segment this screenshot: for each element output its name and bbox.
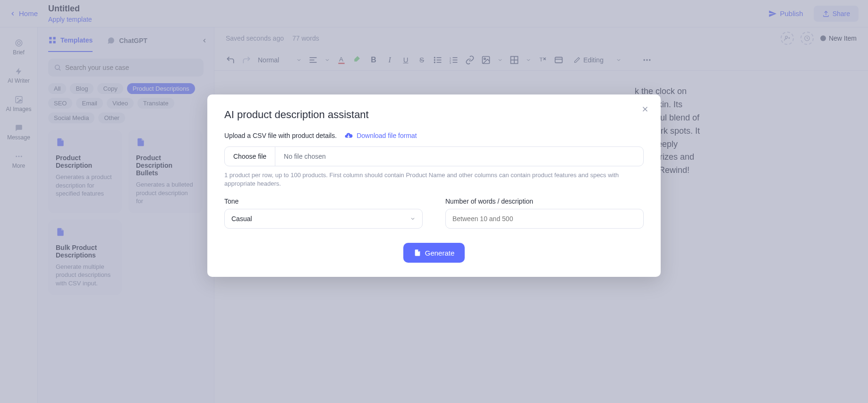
modal-close-button[interactable] xyxy=(641,105,649,115)
product-description-modal: AI product description assistant Upload … xyxy=(207,94,661,277)
modal-overlay[interactable]: AI product description assistant Upload … xyxy=(0,0,868,403)
generate-button[interactable]: Generate xyxy=(403,243,465,263)
chevron-down-icon xyxy=(410,216,416,222)
tone-value: Casual xyxy=(231,215,252,223)
generate-label: Generate xyxy=(425,249,455,257)
words-input[interactable] xyxy=(445,209,644,229)
modal-title: AI product description assistant xyxy=(224,109,644,121)
close-icon xyxy=(641,105,649,113)
file-status: No file chosen xyxy=(275,147,334,166)
download-format-link[interactable]: Download file format xyxy=(344,131,417,140)
choose-file-button[interactable]: Choose file xyxy=(225,147,275,166)
tone-label: Tone xyxy=(224,197,423,205)
upload-label: Upload a CSV file with product details. xyxy=(224,132,337,139)
cloud-download-icon xyxy=(344,131,353,140)
file-hint: 1 product per row, up to 100 products. F… xyxy=(224,171,644,188)
tone-select[interactable]: Casual xyxy=(224,209,423,229)
file-icon xyxy=(414,249,421,257)
words-label: Number of words / description xyxy=(445,197,644,205)
download-link-label: Download file format xyxy=(357,132,417,139)
file-input-row: Choose file No file chosen xyxy=(224,146,644,166)
